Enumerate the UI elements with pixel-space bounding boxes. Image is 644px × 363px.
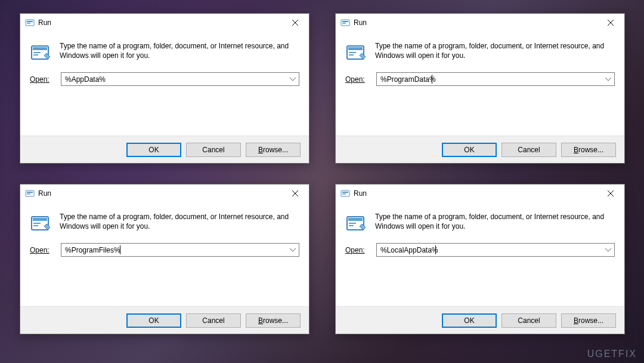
browse-button[interactable]: Browse... bbox=[246, 313, 301, 328]
open-input[interactable] bbox=[61, 243, 299, 257]
svg-rect-8 bbox=[33, 54, 38, 56]
close-button[interactable] bbox=[598, 185, 623, 202]
button-row: OK Cancel Browse... bbox=[336, 136, 624, 163]
close-button[interactable] bbox=[283, 14, 308, 31]
open-combobox[interactable] bbox=[61, 72, 299, 86]
dialog-description: Type the name of a program, folder, docu… bbox=[375, 41, 615, 64]
open-combobox[interactable] bbox=[376, 72, 615, 86]
run-title-icon bbox=[25, 189, 35, 198]
ok-button[interactable]: OK bbox=[442, 143, 497, 157]
svg-rect-26 bbox=[33, 225, 38, 226]
titlebar[interactable]: Run bbox=[336, 14, 624, 32]
cancel-button[interactable]: Cancel bbox=[186, 313, 241, 328]
run-program-icon bbox=[30, 42, 51, 64]
window-title: Run bbox=[38, 189, 283, 198]
open-label: Open: bbox=[345, 75, 368, 84]
svg-rect-17 bbox=[349, 54, 354, 56]
open-input[interactable] bbox=[376, 72, 615, 86]
open-combobox[interactable] bbox=[376, 243, 615, 257]
run-dialog-d1: Run Type the name of a program, folder, … bbox=[20, 13, 309, 164]
dialog-body: Type the name of a program, folder, docu… bbox=[20, 32, 309, 64]
close-button[interactable] bbox=[598, 14, 623, 31]
close-icon bbox=[608, 190, 614, 196]
svg-rect-29 bbox=[342, 193, 346, 195]
ok-button[interactable]: OK bbox=[442, 313, 497, 328]
dialog-description: Type the name of a program, folder, docu… bbox=[375, 212, 615, 235]
ok-button[interactable]: OK bbox=[126, 143, 181, 157]
button-row: OK Cancel Browse... bbox=[336, 306, 624, 334]
titlebar[interactable]: Run bbox=[20, 184, 309, 202]
svg-rect-16 bbox=[349, 52, 356, 53]
window-title: Run bbox=[354, 19, 598, 27]
svg-rect-10 bbox=[342, 21, 348, 22]
window-title: Run bbox=[354, 189, 598, 198]
run-title-icon bbox=[25, 18, 35, 27]
open-label: Open: bbox=[30, 75, 52, 84]
browse-button[interactable]: Browse... bbox=[246, 143, 301, 157]
open-input-row: Open: bbox=[336, 235, 624, 257]
svg-rect-35 bbox=[349, 225, 354, 226]
text-cursor bbox=[432, 75, 432, 84]
ok-button[interactable]: OK bbox=[126, 313, 181, 328]
dialog-description: Type the name of a program, folder, docu… bbox=[60, 41, 299, 64]
run-program-icon bbox=[345, 42, 367, 64]
open-label: Open: bbox=[345, 246, 368, 254]
cancel-button[interactable]: Cancel bbox=[501, 313, 556, 328]
dialog-description: Type the name of a program, folder, docu… bbox=[60, 212, 299, 235]
text-cursor bbox=[435, 245, 436, 254]
watermark-text: UGETFIX bbox=[587, 349, 637, 359]
svg-rect-24 bbox=[33, 218, 47, 221]
svg-rect-19 bbox=[27, 192, 33, 193]
open-input-row: Open: bbox=[336, 64, 624, 86]
svg-rect-33 bbox=[348, 218, 363, 221]
run-program-icon bbox=[345, 213, 367, 235]
svg-rect-7 bbox=[33, 52, 41, 53]
svg-rect-6 bbox=[33, 47, 47, 50]
open-input[interactable] bbox=[61, 72, 299, 86]
close-icon bbox=[292, 190, 298, 196]
button-row: OK Cancel Browse... bbox=[20, 306, 309, 334]
svg-rect-2 bbox=[27, 23, 30, 24]
svg-rect-20 bbox=[27, 193, 30, 195]
run-dialog-d3: Run Type the name of a program, folder, … bbox=[20, 184, 309, 334]
open-label: Open: bbox=[30, 246, 52, 254]
open-input-row: Open: bbox=[20, 64, 309, 86]
svg-rect-25 bbox=[33, 223, 41, 224]
svg-rect-34 bbox=[349, 223, 356, 224]
window-title: Run bbox=[38, 19, 283, 27]
close-icon bbox=[292, 20, 298, 26]
run-program-icon bbox=[30, 213, 51, 235]
run-title-icon bbox=[340, 189, 350, 198]
cancel-button[interactable]: Cancel bbox=[186, 143, 241, 157]
close-button[interactable] bbox=[283, 185, 308, 202]
svg-rect-15 bbox=[348, 47, 363, 50]
close-icon bbox=[608, 20, 614, 26]
browse-button[interactable]: Browse... bbox=[561, 143, 616, 157]
dialog-body: Type the name of a program, folder, docu… bbox=[336, 202, 624, 235]
browse-button[interactable]: Browse... bbox=[561, 313, 616, 328]
cancel-button[interactable]: Cancel bbox=[501, 143, 556, 157]
run-dialog-d2: Run Type the name of a program, folder, … bbox=[335, 13, 625, 164]
svg-rect-11 bbox=[342, 23, 346, 24]
titlebar[interactable]: Run bbox=[20, 14, 309, 32]
dialog-body: Type the name of a program, folder, docu… bbox=[336, 32, 624, 64]
dialog-body: Type the name of a program, folder, docu… bbox=[20, 202, 309, 235]
run-dialog-d4: Run Type the name of a program, folder, … bbox=[335, 184, 625, 334]
open-input-row: Open: bbox=[20, 235, 309, 257]
button-row: OK Cancel Browse... bbox=[20, 136, 309, 163]
open-combobox[interactable] bbox=[61, 243, 299, 257]
open-input[interactable] bbox=[376, 243, 615, 257]
svg-rect-1 bbox=[27, 21, 33, 22]
titlebar[interactable]: Run bbox=[336, 184, 624, 202]
svg-rect-28 bbox=[342, 192, 348, 193]
text-cursor bbox=[120, 245, 120, 254]
run-title-icon bbox=[340, 18, 350, 27]
